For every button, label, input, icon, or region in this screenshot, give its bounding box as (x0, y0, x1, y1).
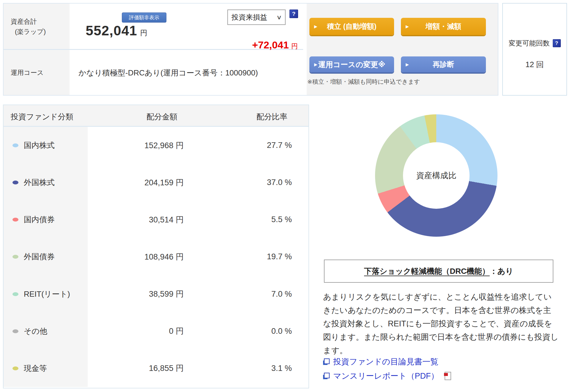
table-row: 国内債券30,514 円5.5 % (4, 201, 308, 238)
drc-feature-status: ：あり (490, 266, 513, 276)
fund-category-cell: REIT(リート) (4, 276, 88, 313)
course-row-label: 運用コース (4, 50, 70, 95)
profit-value: +72,041 (252, 39, 289, 50)
profit-period-select[interactable]: 投資来損益 ∨ (227, 10, 286, 25)
fund-allocation-table: 投資ファンド分類 配分金額 配分比率 国内株式152,968 円27.7 %外国… (3, 105, 309, 388)
header-fund-category: 投資ファンド分類 (11, 112, 73, 122)
category-color-dot (12, 366, 18, 370)
category-color-dot (12, 329, 18, 333)
fund-category-label: 国内株式 (24, 140, 55, 151)
allocation-ratio: 5.5 % (271, 215, 292, 224)
table-row: 国内株式152,968 円27.7 % (4, 127, 308, 164)
simultaneous-apply-note: ※積立・増額・減額も同時に申込できます (307, 78, 420, 86)
table-row: REIT(リート)38,599 円7.0 % (4, 276, 308, 313)
allocation-amount: 38,599 円 (149, 289, 184, 299)
header-allocation-ratio: 配分比率 (239, 112, 305, 122)
external-window-icon (323, 358, 330, 365)
fund-category-label: 国内債券 (24, 214, 55, 225)
fund-category-label: 外国債券 (24, 252, 55, 262)
change-count-label: 変更可能回数 (509, 39, 550, 48)
fund-category-label: REIT(リート) (24, 289, 70, 299)
donut-center-label: 資産構成比 (416, 170, 456, 181)
table-row: 現金等16,855 円3.1 % (4, 350, 308, 387)
fund-category-label: 外国株式 (24, 177, 55, 188)
external-window-icon (323, 373, 330, 379)
monthly-report-link-label: マンスリーレポート（PDF） (333, 371, 439, 381)
donut-center-label-wrap: 資産構成比 (403, 142, 470, 209)
asset-total-unit: 円 (140, 29, 147, 37)
allocation-ratio: 37.0 % (267, 178, 292, 187)
change-count-help-icon[interactable]: ? (553, 39, 561, 47)
asset-total-value: 552,041 (86, 23, 137, 38)
fund-category-cell: 外国株式 (4, 164, 88, 201)
allocation-ratio: 19.7 % (267, 252, 292, 261)
pdf-file-icon (445, 372, 451, 380)
category-color-dot (12, 143, 18, 147)
course-description: あまりリスクを気にしすぎずに、とことん収益性を追求していきたいあなたのためのコー… (323, 290, 559, 357)
allocation-ratio: 3.1 % (271, 364, 292, 373)
fund-category-cell: 外国債券 (4, 238, 88, 275)
fund-category-cell: 国内債券 (4, 201, 88, 238)
allocation-amount: 152,968 円 (144, 140, 184, 151)
allocation-amount: 108,946 円 (144, 252, 184, 262)
allocation-amount: 16,855 円 (149, 363, 184, 374)
fund-category-cell: その他 (4, 313, 88, 350)
allocation-amount: 30,514 円 (149, 214, 184, 225)
category-color-dot (12, 181, 18, 184)
allocation-ratio: 7.0 % (271, 290, 292, 299)
monthly-report-link[interactable]: マンスリーレポート（PDF） (323, 371, 451, 381)
change-count-box: 変更可能回数 ? 12 回 (502, 3, 567, 96)
hide-valuation-button[interactable]: 評価額非表示 (122, 12, 166, 23)
category-color-dot (12, 292, 18, 296)
profit-value-wrap: +72,041円 (194, 39, 298, 51)
allocation-ratio: 27.7 % (267, 141, 292, 150)
category-color-dot (12, 218, 18, 222)
profit-unit: 円 (291, 42, 298, 50)
fund-category-label: 現金等 (24, 363, 47, 374)
asset-summary-panel: 資産合計 (楽ラップ) 運用コース 評価額非表示 552,041円 投資来損益 … (3, 3, 498, 96)
category-color-dot (12, 255, 18, 259)
profit-help-icon[interactable]: ? (289, 10, 298, 18)
asset-total-value-wrap: 552,041円 (60, 23, 173, 39)
drc-feature-box: 下落ショック軽減機能（DRC機能）：あり (324, 260, 553, 283)
action-buttons-panel: 積立 (自動増額) 増額・減額 運用コースの変更※ 再診断 ※積立・増額・減額も… (307, 4, 498, 95)
prospectus-link[interactable]: 投資ファンドの目論見書一覧 (323, 356, 451, 367)
donut-chart: 資産構成比 (375, 114, 497, 237)
course-change-button[interactable]: 運用コースの変更※ (309, 56, 394, 72)
table-row: その他0 円0.0 % (4, 313, 308, 350)
table-header: 投資ファンド分類 配分金額 配分比率 (4, 105, 308, 127)
allocation-table-body: 国内株式152,968 円27.7 %外国株式204,159 円37.0 %国内… (4, 127, 308, 387)
chevron-down-icon: ∨ (276, 14, 282, 21)
fund-category-cell: 国内株式 (4, 127, 88, 164)
allocation-amount: 0 円 (169, 326, 184, 336)
table-row: 外国債券108,946 円19.7 % (4, 238, 308, 275)
table-row: 外国株式204,159 円37.0 % (4, 164, 308, 201)
zougaku-genngaku-button[interactable]: 増額・減額 (401, 18, 486, 35)
change-count-value: 12 回 (503, 59, 566, 70)
allocation-ratio: 0.0 % (271, 327, 292, 336)
document-links: 投資ファンドの目論見書一覧 マンスリーレポート（PDF） (323, 356, 451, 381)
header-allocation-amount: 配分金額 (129, 112, 195, 122)
profit-period-selected: 投資来損益 (232, 12, 267, 22)
drc-feature-title: 下落ショック軽減機能（DRC機能） (364, 266, 490, 276)
course-name: かなり積極型-DRCあり(運用コース番号：1000900) (78, 68, 258, 78)
asset-total-label: 資産合計 (楽ラップ) (4, 4, 70, 49)
fund-category-cell: 現金等 (4, 350, 88, 387)
allocation-amount: 204,159 円 (144, 177, 184, 188)
tsumitate-button[interactable]: 積立 (自動増額) (309, 18, 394, 35)
prospectus-link-label: 投資ファンドの目論見書一覧 (333, 356, 438, 367)
fund-category-label: その他 (24, 326, 47, 336)
rediagnosis-button[interactable]: 再診断 (401, 56, 486, 72)
